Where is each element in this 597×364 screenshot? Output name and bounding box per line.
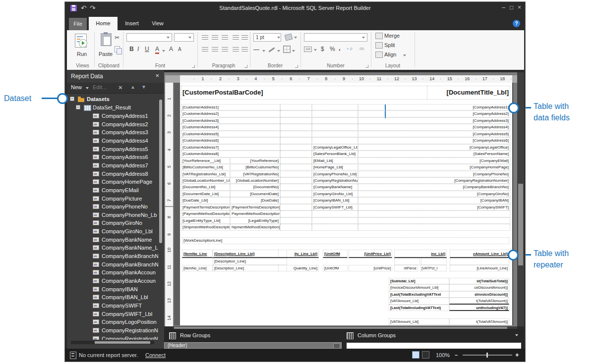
zoom-in-icon[interactable]: + <box>515 351 519 359</box>
tree-field-item[interactable]: CompanyBankAccoun <box>67 277 164 285</box>
field-cell[interactable]: [CompanyLegalOffice_Lbl] <box>312 144 358 151</box>
field-cell-empty[interactable] <box>280 131 312 137</box>
field-cell-empty[interactable] <box>280 210 312 217</box>
field-cell-empty[interactable] <box>280 124 312 130</box>
repeater-detail-cell[interactable]: [UnitPrice] <box>349 265 392 272</box>
panel-close-icon[interactable]: × <box>155 72 159 79</box>
align-dropdown-icon[interactable] <box>403 54 406 56</box>
paste-button[interactable]: Paste <box>96 31 115 61</box>
connect-link[interactable]: Connect <box>145 352 166 358</box>
align-center-icon[interactable] <box>212 47 218 52</box>
field-cell-empty[interactable] <box>280 204 312 210</box>
close-button[interactable]: × <box>516 4 523 11</box>
field-cell[interactable]: [VATRegistrationNo] <box>230 171 280 177</box>
field-cell-empty[interactable] <box>280 177 312 184</box>
field-cell-empty[interactable] <box>280 137 312 144</box>
tree-field-item[interactable]: CompanyGiroNo <box>67 219 164 227</box>
totals-value-cell[interactable]: sInvoiceDiscount)] <box>449 291 509 298</box>
tree-field-item[interactable]: CompanyAddress8 <box>67 170 164 178</box>
tree-field-item[interactable]: CompanyRegistrationN <box>67 326 164 334</box>
repeater-detail-cell[interactable]: [UnitOfM <box>323 265 348 272</box>
field-cell[interactable] <box>358 217 510 224</box>
border-color-pen-icon[interactable] <box>268 47 275 52</box>
field-cell[interactable]: [CustomerAddress8] <box>181 151 280 157</box>
field-cell-empty[interactable] <box>280 197 312 204</box>
repeater-detail-cell[interactable]: [LineAmount_Line] <box>450 265 509 272</box>
tree-field-item[interactable]: CompanyPhoneNo <box>67 203 164 210</box>
repeater-header-cell[interactable]: [Description_Line_Lbl] <box>213 250 287 258</box>
tree-field-item[interactable]: CompanySWIFT <box>67 302 164 310</box>
field-cell[interactable]: PaymentMethodDescription] <box>230 210 280 217</box>
field-cell[interactable]: [PaymentTermsDescription] <box>230 204 280 210</box>
field-cell-empty[interactable] <box>280 184 312 190</box>
field-cell[interactable]: [CompanyRegistrationNum <box>312 177 358 184</box>
field-cell[interactable]: [CompanyAddress3] <box>358 117 510 124</box>
new-dropdown-icon[interactable] <box>86 87 89 89</box>
totals-label-cell[interactable]: [InvoiceDiscountAmount_Lbl] <box>389 284 449 291</box>
merge-button[interactable]: Merge <box>384 33 400 39</box>
tree-node-datasets[interactable]: − Datasets <box>67 95 164 103</box>
field-cell[interactable]: [DocumentNo_Lbl] <box>181 184 230 190</box>
totals-label-cell[interactable]: [Last(TotalIncludingVATText) <box>389 305 449 311</box>
field-cell[interactable]: [CustomerAddress5] <box>181 131 280 137</box>
maximize-button[interactable]: □ <box>508 4 515 11</box>
field-cell[interactable]: [EMail_Lbl] <box>312 157 358 164</box>
totals-label-cell[interactable]: [VATAmount_Lbl] <box>389 318 449 325</box>
bullet-list-icon[interactable] <box>233 47 239 52</box>
panel-vertical-scrollbar[interactable] <box>159 100 162 243</box>
tree-field-item[interactable]: CompanyGiroNo_Lbl <box>67 227 164 235</box>
percent-icon[interactable]: % <box>330 46 335 52</box>
field-cell[interactable]: [LegalEntityType] <box>230 217 280 224</box>
zoom-slider-thumb[interactable] <box>486 353 488 358</box>
repeater-header-cell[interactable]: eAmount_Line_Lbl] <box>450 250 509 258</box>
field-cell[interactable]: [CompanySWIFT_Lbl] <box>312 204 358 210</box>
field-cell[interactable]: [CompanyPhoneNo] <box>358 171 510 177</box>
field-cell[interactable] <box>312 210 358 217</box>
report-page[interactable]: [CustomerPostalBarCode] [DocumentTitle_L… <box>180 83 513 325</box>
field-cell[interactable]: hipmentMethodDescription] <box>230 224 280 230</box>
field-cell[interactable]: [DueDate] <box>230 197 280 204</box>
field-cell[interactable]: [GlobalLocationNumber_Lb <box>181 177 230 184</box>
totals-label-cell[interactable]: [Subtotal_Lbl] <box>389 278 449 284</box>
field-cell[interactable]: [YourReference] <box>230 157 280 164</box>
totals-value-cell[interactable]: ceDiscountAmount)] <box>449 284 509 291</box>
field-cell[interactable]: [DocumentDate_Lbl] <box>181 191 230 197</box>
shrink-font-button[interactable]: A <box>178 47 181 52</box>
number-format-icon[interactable]: 123 <box>304 47 312 52</box>
grow-font-button[interactable]: A <box>169 46 173 52</box>
increase-decimal-icon[interactable]: +.0 <box>347 47 352 51</box>
field-cell[interactable]: [CompanyAddress1] <box>358 104 510 110</box>
tree-field-item[interactable]: CompanySWIFT_Lbl <box>67 310 164 318</box>
run-view-icon[interactable] <box>422 351 429 359</box>
field-cell[interactable]: [CompanyAddress5] <box>358 131 510 137</box>
field-cell[interactable]: [CompanySWIFT] <box>358 204 510 210</box>
grouping-pane-dropdown-icon[interactable] <box>515 334 518 336</box>
field-cell[interactable]: [CompanyBankName] <box>312 184 358 190</box>
repeater-header-cell[interactable]: [UnitPrice_Lbl] <box>349 250 392 258</box>
new-button[interactable]: New <box>71 84 82 90</box>
field-cell[interactable]: [CustomerAddress3] <box>181 117 280 124</box>
repeater-header-cell[interactable]: ine_Lbl] <box>394 250 447 258</box>
tree-field-item[interactable]: CompanyBankName <box>67 236 164 244</box>
field-cell-empty[interactable] <box>280 104 312 110</box>
tab-home[interactable]: Home <box>89 17 118 31</box>
italic-button[interactable]: I <box>137 46 139 52</box>
delete-icon[interactable]: × <box>119 84 122 91</box>
tab-file[interactable]: File <box>69 18 87 30</box>
tree-field-item[interactable]: CompanyHomePage <box>67 178 164 186</box>
line-style-dropdown-icon[interactable] <box>262 50 265 52</box>
field-cell[interactable]: [BilltoCustomerNo_Lbl] <box>181 164 230 170</box>
minimize-button[interactable]: – <box>500 4 507 11</box>
field-cell[interactable]: [PaymentTermsDescription_ <box>181 204 230 210</box>
field-cell-empty[interactable] <box>280 117 312 124</box>
number-dialog-launcher-icon[interactable] <box>365 65 368 68</box>
tree-field-item[interactable]: CompanyAddress3 <box>67 128 164 136</box>
border-dialog-launcher-icon[interactable] <box>295 65 298 68</box>
align-right-icon[interactable] <box>222 47 228 52</box>
design-vertical-scrollbar-thumb[interactable] <box>518 184 523 265</box>
field-cell[interactable]: [DocumentNo] <box>230 184 280 190</box>
fill-color-dropdown-icon[interactable] <box>294 37 297 39</box>
field-cell[interactable]: [CompanyEMail] <box>358 157 510 164</box>
increase-indent-icon[interactable] <box>241 35 248 40</box>
tree-field-item[interactable]: CompanyAddress2 <box>67 120 164 128</box>
